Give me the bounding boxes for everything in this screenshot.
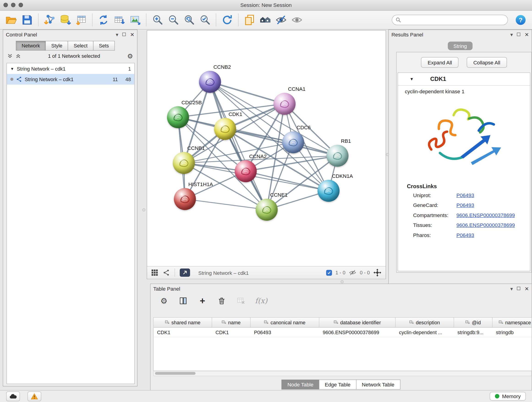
network-node-ccne1[interactable]	[256, 199, 278, 221]
crosslink-compartments[interactable]: 9606.ENSP00000378699	[456, 212, 515, 218]
zoom-out-button[interactable]	[165, 12, 181, 28]
hidden-counts: 0 - 0	[360, 270, 370, 275]
splitter-handle[interactable]	[341, 280, 344, 283]
collapse-all-button[interactable]: Collapse All	[467, 57, 507, 68]
birdseye-icon	[260, 14, 271, 26]
new-table-button[interactable]	[111, 12, 127, 28]
network-collection-row[interactable]: ▼ String Network – cdk1 1	[7, 63, 134, 74]
zoom-fit-button[interactable]	[181, 12, 197, 28]
column-header[interactable]: canonical name	[251, 318, 319, 327]
tab-style[interactable]: Style	[45, 41, 68, 51]
import-table-button[interactable]	[73, 12, 89, 28]
panel-menu-icon[interactable]: ▾	[510, 32, 513, 37]
search-icon	[396, 17, 401, 23]
crosslink-tissues[interactable]: 9606.ENSP00000378699	[456, 222, 515, 228]
cell-namespace: stringdb	[493, 328, 532, 337]
network-node-hist1h1a[interactable]	[174, 188, 196, 210]
network-view-title: String Network – cdk1	[198, 270, 249, 276]
panel-close-icon[interactable]: ✕	[525, 32, 529, 37]
gear-icon[interactable]: ⚙	[127, 53, 133, 59]
panel-float-icon[interactable]	[123, 33, 126, 36]
help-button[interactable]: ?	[513, 12, 529, 28]
network-node-ccna1[interactable]	[273, 93, 296, 115]
memory-button[interactable]: Memory	[490, 392, 526, 401]
network-row-selected[interactable]: String Network – cdk1 11 48	[7, 74, 134, 85]
table-panel: Table Panel ▾ ✕ ⚙ + f(x) shared name	[150, 284, 532, 391]
splitter-handle[interactable]	[142, 208, 146, 211]
tab-string[interactable]: String	[448, 42, 472, 51]
add-column-button[interactable]: +	[197, 296, 208, 306]
tab-network-table[interactable]: Network Table	[356, 380, 400, 390]
column-header[interactable]: namespace	[493, 318, 532, 327]
scrollbar-thumb[interactable]	[155, 372, 196, 375]
network-node-ccnb2[interactable]	[199, 71, 221, 93]
zoom-in-button[interactable]	[150, 12, 165, 28]
save-session-button[interactable]	[19, 12, 35, 28]
crosslink-pharos[interactable]: P06493	[456, 232, 474, 238]
cloud-status-button[interactable]	[6, 391, 20, 401]
zoom-selected-button[interactable]	[197, 12, 213, 28]
network-node-rb1[interactable]	[326, 145, 348, 167]
birdseye-navigator-button[interactable]	[258, 12, 273, 28]
panel-close-icon[interactable]: ✕	[525, 286, 529, 291]
crosslink-uniprot[interactable]: P06493	[456, 192, 474, 198]
table-row[interactable]: CDK1 CDK1 P06493 9606.ENSP00000378699 cy…	[154, 328, 532, 337]
export-image-button[interactable]	[127, 12, 143, 28]
warnings-button[interactable]	[27, 391, 41, 401]
column-header[interactable]: description	[396, 318, 454, 327]
network-node-cdkn1a[interactable]	[317, 180, 340, 202]
show-columns-button[interactable]	[178, 296, 188, 306]
network-share-icon[interactable]	[163, 269, 170, 276]
network-canvas[interactable]: CCNB2CCNA1CDC25BCDK1CDC6RB1CCNB1CCNA2CDK…	[147, 31, 386, 266]
panel-close-icon[interactable]: ✕	[130, 32, 134, 37]
horizontal-scrollbar[interactable]	[153, 371, 532, 376]
network-node-cdc6[interactable]	[282, 131, 304, 153]
detach-view-button[interactable]	[180, 269, 190, 277]
column-header[interactable]: @id	[454, 318, 493, 327]
selected-items-checkbox[interactable]	[326, 270, 332, 276]
expand-all-button[interactable]: Expand All	[421, 57, 458, 68]
entry-collapse-icon[interactable]: ▼	[410, 77, 414, 82]
panel-float-icon[interactable]	[517, 287, 520, 290]
splitter-handle[interactable]	[386, 153, 389, 156]
tree-expand-icon[interactable]: ▼	[10, 66, 14, 70]
search-input[interactable]	[403, 17, 504, 23]
network-node-cdc25b[interactable]	[167, 106, 189, 128]
crosslink-label: Compartments:	[413, 212, 456, 218]
move-crosshair-icon[interactable]	[373, 269, 381, 277]
network-node-ccna2[interactable]	[235, 160, 257, 182]
table-tabs: Node Table Edge Table Network Table	[151, 380, 532, 390]
delete-column-button[interactable]	[216, 296, 227, 306]
tab-select[interactable]: Select	[68, 41, 93, 51]
sort-icon	[409, 320, 414, 325]
network-node-ccnb1[interactable]	[173, 152, 195, 174]
tab-network[interactable]: Network	[16, 41, 46, 51]
gene-entry-header[interactable]: ▼ CDK1	[398, 73, 530, 86]
tab-node-table[interactable]: Node Table	[282, 380, 319, 390]
show-graphics-details-button[interactable]	[289, 12, 305, 28]
grid-view-icon[interactable]	[151, 269, 158, 276]
expand-all-icon[interactable]	[16, 53, 21, 59]
function-builder-button[interactable]: f(x)	[255, 297, 267, 305]
column-header[interactable]: shared name	[154, 318, 212, 327]
tab-edge-table[interactable]: Edge Table	[319, 380, 356, 390]
panel-float-icon[interactable]	[517, 33, 520, 36]
import-network-from-database-button[interactable]	[57, 12, 73, 28]
network-node-cdk1[interactable]	[214, 118, 236, 140]
tab-sets[interactable]: Sets	[93, 41, 115, 51]
column-header[interactable]: database identifier	[319, 318, 396, 327]
collapse-all-icon[interactable]	[7, 53, 13, 59]
new-network-button[interactable]	[95, 12, 111, 28]
import-network-button[interactable]	[42, 12, 57, 28]
hide-graphics-details-button[interactable]	[273, 12, 289, 28]
copy-document-button[interactable]	[242, 12, 258, 28]
panel-menu-icon[interactable]: ▾	[510, 286, 513, 291]
panel-menu-icon[interactable]: ▾	[116, 32, 118, 37]
column-header[interactable]: name	[212, 318, 251, 327]
open-session-button[interactable]	[3, 12, 19, 28]
protein-thumbnail	[326, 145, 348, 167]
search-field[interactable]	[392, 15, 508, 25]
table-settings-gear-icon[interactable]: ⚙	[159, 296, 169, 306]
crosslink-genecard[interactable]: P06493	[456, 202, 474, 208]
refresh-view-button[interactable]	[219, 12, 235, 28]
